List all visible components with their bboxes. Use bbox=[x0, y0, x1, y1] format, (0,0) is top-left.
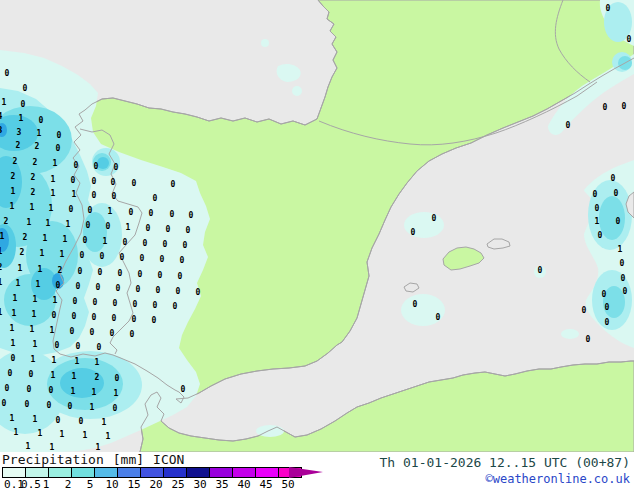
legend-title: Precipitation bbox=[2, 452, 104, 467]
colorbar-tick-labels: 0.10.5125101520253035404550 bbox=[0, 479, 360, 490]
colorbar-cell bbox=[163, 467, 187, 478]
map-canvas bbox=[0, 0, 634, 452]
colorbar-cell bbox=[209, 467, 233, 478]
colorbar-cell bbox=[2, 467, 26, 478]
precip-blob bbox=[603, 286, 625, 318]
precip-blob bbox=[604, 2, 632, 42]
colorbar-tick-label: 5 bbox=[87, 479, 94, 490]
precip-speck bbox=[292, 86, 302, 96]
colorbar-tick-label: 30 bbox=[193, 479, 206, 490]
colorbar-tick-label: 0.5 bbox=[21, 479, 41, 490]
colorbar-tick-label: 2 bbox=[65, 479, 72, 490]
colorbar-cell bbox=[232, 467, 256, 478]
legend-model: ICON bbox=[153, 452, 184, 467]
colorbar-tick-label: 40 bbox=[237, 479, 250, 490]
colorbar-cell bbox=[186, 467, 210, 478]
weather-map-page: 0010410331022022100022100000121100011100… bbox=[0, 0, 634, 490]
colorbar-tick-label: 45 bbox=[259, 479, 272, 490]
colorbar-tick-label: 20 bbox=[149, 479, 162, 490]
precip-valencia-patch bbox=[401, 294, 445, 326]
colorbar-cell bbox=[25, 467, 49, 478]
colorbar-cell bbox=[117, 467, 141, 478]
colorbar-cell bbox=[94, 467, 118, 478]
colorbar-tick-label: 35 bbox=[215, 479, 228, 490]
precip-blob bbox=[97, 157, 109, 169]
precip-blob bbox=[599, 196, 625, 240]
legend-title-row: Precipitation[mm]ICON bbox=[2, 452, 193, 467]
precip-valencia-patch bbox=[404, 212, 444, 238]
precip-spot bbox=[52, 273, 64, 289]
colorbar-tick-label: 25 bbox=[171, 479, 184, 490]
precip-blob bbox=[83, 212, 107, 252]
precip-speck bbox=[534, 266, 546, 278]
colorbar-tick-label: 1 bbox=[43, 479, 50, 490]
copyright-label: ©weatheronline.co.uk bbox=[486, 472, 631, 486]
precip-speck bbox=[261, 39, 269, 47]
precip-colorbar bbox=[2, 467, 302, 478]
colorbar-cell bbox=[140, 467, 164, 478]
colorbar-tick-label: 50 bbox=[281, 479, 294, 490]
colorbar-cell bbox=[48, 467, 72, 478]
legend-bar: Precipitation[mm]ICON 0.10.5125101520253… bbox=[0, 452, 634, 490]
precip-cadiz-inner bbox=[60, 368, 104, 398]
colorbar-cell bbox=[71, 467, 95, 478]
precipitation-map: 0010410331022022100022100000121100011100… bbox=[0, 0, 634, 452]
valid-time-label: Th 01-01-2026 12..15 UTC (00+87) bbox=[380, 455, 630, 470]
colorbar-overflow-arrow-icon bbox=[289, 467, 323, 478]
colorbar-tick-label: 15 bbox=[127, 479, 140, 490]
precip-speck bbox=[561, 329, 579, 339]
legend-units: [mm] bbox=[113, 452, 144, 467]
colorbar-cell bbox=[255, 467, 279, 478]
colorbar-tick-label: 10 bbox=[105, 479, 118, 490]
